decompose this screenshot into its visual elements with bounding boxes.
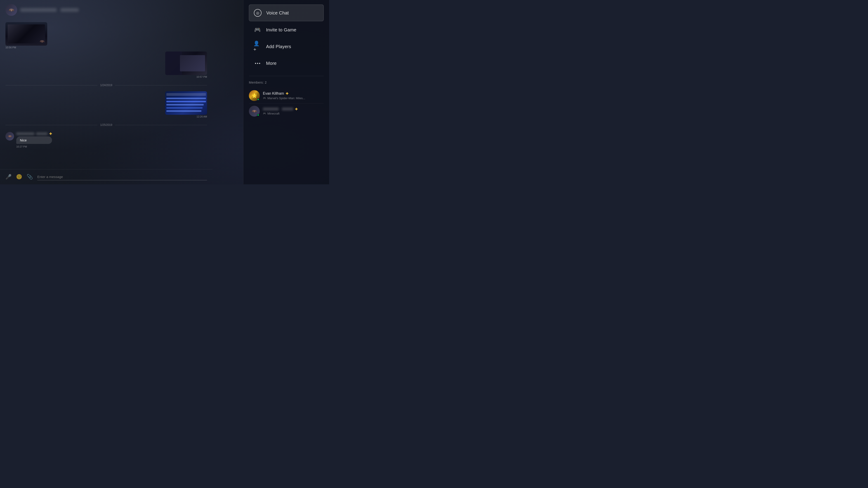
microphone-icon[interactable]: 🎤 xyxy=(5,174,11,180)
timestamp-1: 10:56 PM xyxy=(5,46,47,49)
message-name-row: ✚ xyxy=(16,132,52,135)
screenshot-thumb-1[interactable] xyxy=(5,22,47,46)
voice-chat-button[interactable]: Voice Chat xyxy=(249,4,324,21)
messages-container: 10:56 PM 10:57 PM 1/24/2019 12:26 AM xyxy=(0,20,213,169)
member-name-row-2: ✚ xyxy=(263,107,324,111)
message-group-2: 10:57 PM xyxy=(165,52,207,78)
message-bubble[interactable]: Nice xyxy=(16,136,52,144)
trophy-bar-2 xyxy=(166,101,206,102)
date-label-1: 1/24/2019 xyxy=(100,84,112,87)
divider-line-left-2 xyxy=(5,125,97,125)
dot-2 xyxy=(257,63,258,64)
online-indicator-2 xyxy=(257,114,259,116)
input-bar: 🎤 🙂 📎 xyxy=(0,169,213,184)
panel-actions: Voice Chat 🎮 Invite to Game 👤+ Add Playe… xyxy=(243,0,329,76)
date-divider-2: 1/25/2019 xyxy=(5,123,207,127)
online-indicator-evan xyxy=(257,98,259,101)
right-panel: Voice Chat 🎮 Invite to Game 👤+ Add Playe… xyxy=(243,0,329,184)
voice-chat-label: Voice Chat xyxy=(266,10,289,15)
chat-area: 10:56 PM 10:57 PM 1/24/2019 12:26 AM xyxy=(0,0,213,184)
add-person-icon: 👤+ xyxy=(253,41,261,53)
sender-username-blurred xyxy=(16,132,34,135)
sender-username-blurred-2 xyxy=(36,132,48,135)
more-dots-icon xyxy=(255,63,260,64)
chat-header xyxy=(0,0,213,20)
game-controller-icon-evan: 🎮 xyxy=(263,97,266,100)
members-section: Members: 2 🌟 Evan Killham ✚ 🎮 Marvel's S… xyxy=(243,76,329,123)
divider-line-right xyxy=(115,85,207,86)
psplus-badge-2: ✚ xyxy=(295,107,298,111)
screenshot-thumb-2[interactable] xyxy=(165,52,207,75)
invite-to-game-icon: 🎮 xyxy=(253,26,261,34)
member-game-evan: Marvel's Spider-Man: Miles... xyxy=(268,96,305,100)
message-group-1: 10:56 PM xyxy=(5,22,47,49)
dot-3 xyxy=(259,63,260,64)
psplus-badge: ✚ xyxy=(49,132,52,135)
game-controller-icon-2: 🎮 xyxy=(263,112,266,115)
trophy-bar-3 xyxy=(166,104,204,105)
divider-line-right-2 xyxy=(115,125,207,125)
member-avatar-2: 🦇 xyxy=(249,106,260,117)
invite-to-game-button[interactable]: 🎮 Invite to Game xyxy=(249,22,324,38)
member-name-row-evan: Evan Killham ✚ xyxy=(263,92,324,96)
date-label-2: 1/25/2019 xyxy=(100,123,112,127)
more-icon xyxy=(253,59,261,67)
game-controller-icon: 🎮 xyxy=(254,27,261,33)
date-divider-1: 1/24/2019 xyxy=(5,84,207,87)
add-players-button[interactable]: 👤+ Add Players xyxy=(249,38,324,55)
trophy-bar-4 xyxy=(166,107,203,109)
member-name-blurred xyxy=(263,107,279,110)
message-group-4: 🦇 ✚ Nice 10:27 PM xyxy=(5,132,207,148)
psplus-badge-evan: ✚ xyxy=(286,92,288,95)
timestamp-2: 10:57 PM xyxy=(196,75,207,78)
add-players-label: Add Players xyxy=(266,44,291,49)
trophy-bar-1 xyxy=(166,98,206,99)
member-info-evan: Evan Killham ✚ 🎮 Marvel's Spider-Man: Mi… xyxy=(263,92,324,100)
member-item-2: 🦇 ✚ 🎮 Minecraft xyxy=(249,103,324,119)
emoji-icon[interactable]: 🙂 xyxy=(16,174,22,180)
member-name-evan: Evan Killham xyxy=(263,92,284,96)
username-blurred xyxy=(20,8,57,12)
message-group-3: 12:26 AM xyxy=(165,91,207,118)
member-game-row-2: 🎮 Minecraft xyxy=(263,112,324,115)
trophy-bar-5 xyxy=(166,110,202,112)
member-game-2: Minecraft xyxy=(268,112,279,115)
dot-1 xyxy=(255,63,256,64)
member-info-2: ✚ 🎮 Minecraft xyxy=(263,107,324,115)
divider-line-left xyxy=(5,85,97,86)
sender-avatar: 🦇 xyxy=(5,132,14,140)
voice-icon-shape xyxy=(254,9,261,17)
add-players-icon: 👤+ xyxy=(253,42,261,51)
message-input[interactable] xyxy=(37,173,207,180)
members-title: Members: 2 xyxy=(249,80,324,84)
member-item-evan: 🌟 Evan Killham ✚ 🎮 Marvel's Spider-Man: … xyxy=(249,88,324,103)
member-avatar-evan: 🌟 xyxy=(249,90,260,101)
invite-to-game-label: Invite to Game xyxy=(266,27,296,33)
avatar xyxy=(5,4,17,16)
more-label: More xyxy=(266,61,277,66)
member-game-row-evan: 🎮 Marvel's Spider-Man: Miles... xyxy=(263,96,324,100)
timestamp-3: 12:26 AM xyxy=(197,115,207,118)
timestamp-4: 10:27 PM xyxy=(16,145,52,148)
voice-chat-icon xyxy=(254,9,262,17)
member-name-blurred-2 xyxy=(282,107,293,110)
message-content: ✚ Nice 10:27 PM xyxy=(16,132,52,148)
more-button[interactable]: More xyxy=(249,55,324,71)
attachment-icon[interactable]: 📎 xyxy=(27,174,33,180)
username-blurred-2 xyxy=(61,8,79,12)
screenshot-thumb-trophy[interactable] xyxy=(165,91,207,115)
